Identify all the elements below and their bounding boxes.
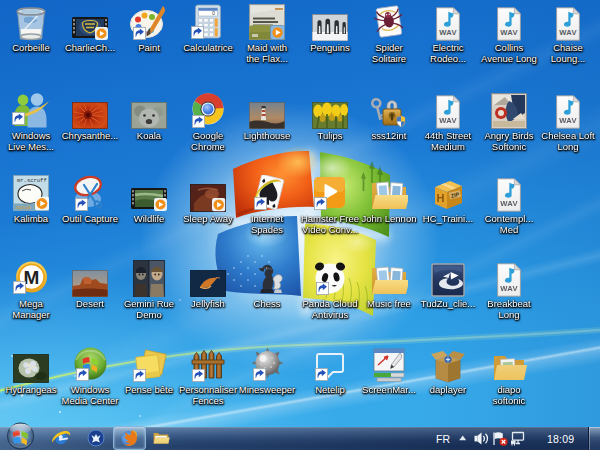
svg-text:0: 0 <box>212 10 215 16</box>
svg-text:mr.scruff: mr.scruff <box>17 177 47 184</box>
svg-text:H: H <box>436 192 444 204</box>
